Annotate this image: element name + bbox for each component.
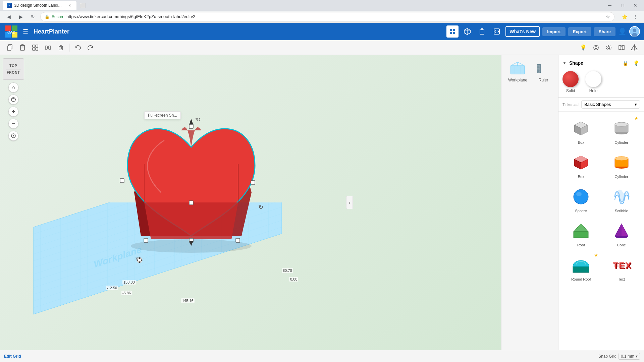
shape-item-sphere-blue[interactable]: Sphere bbox=[561, 183, 601, 216]
hamburger-menu-icon[interactable]: ☰ bbox=[23, 28, 28, 35]
svg-point-51 bbox=[13, 135, 14, 136]
group-button[interactable] bbox=[30, 42, 41, 53]
share-button[interactable]: Share bbox=[594, 27, 615, 36]
hole-option[interactable]: Hole bbox=[585, 71, 601, 93]
svg-rect-62 bbox=[251, 181, 255, 185]
home-view-button[interactable]: ⌂ bbox=[8, 82, 18, 93]
svg-rect-60 bbox=[120, 179, 124, 183]
zoom-out-button[interactable]: − bbox=[8, 119, 18, 129]
export-button[interactable]: Export bbox=[568, 27, 591, 36]
shapes-category-label: Tinkercad bbox=[562, 103, 579, 107]
shape-item-scribble[interactable]: Scribble bbox=[602, 183, 642, 216]
bookmark-icon[interactable]: ☆ bbox=[606, 14, 610, 19]
shape-label-box-gray: Box bbox=[578, 140, 584, 144]
panel-expand-chevron[interactable]: › bbox=[346, 196, 353, 209]
svg-rect-34 bbox=[49, 46, 51, 49]
dim-width-label: 145.16 bbox=[181, 298, 195, 303]
shapes-library: Tinkercad Basic Shapes ▾ bbox=[558, 98, 644, 350]
edit-grid-button[interactable]: Edit Grid bbox=[4, 354, 21, 359]
minimize-button[interactable]: ─ bbox=[604, 1, 616, 10]
delete-button[interactable] bbox=[55, 42, 66, 53]
shape-item-cylinder-orange[interactable]: Cylinder bbox=[602, 148, 642, 182]
code-button[interactable] bbox=[491, 25, 503, 38]
whats-new-button[interactable]: What's New bbox=[505, 26, 540, 37]
orbit-view-button[interactable] bbox=[8, 95, 18, 105]
paste-button[interactable] bbox=[17, 42, 28, 53]
hole-circle bbox=[585, 71, 601, 87]
align-right-button[interactable] bbox=[603, 42, 614, 53]
shape-item-round-roof[interactable]: ★ Round Roof bbox=[561, 251, 601, 285]
forward-button[interactable]: ▶ bbox=[16, 12, 25, 21]
maximize-button[interactable]: □ bbox=[616, 1, 629, 10]
header-tools: What's New Import Export Share 👤 bbox=[446, 25, 640, 38]
shape-item-box-red[interactable]: Box bbox=[561, 148, 601, 182]
refresh-button[interactable]: ↻ bbox=[28, 12, 38, 21]
undo-button[interactable] bbox=[72, 42, 84, 53]
heart-shape-container[interactable]: ↻ bbox=[107, 75, 275, 263]
snap-dropdown-arrow: ▾ bbox=[636, 354, 638, 359]
3d-tool-button[interactable] bbox=[461, 25, 473, 38]
extensions-button[interactable]: ⭐ bbox=[620, 12, 629, 21]
panel-collapse-icon[interactable]: ▼ bbox=[562, 61, 567, 65]
shape-item-cylinder-gray[interactable]: ★ Cylinder bbox=[602, 114, 642, 148]
shape-item-roof-green[interactable]: Roof bbox=[561, 217, 601, 250]
svg-rect-32 bbox=[36, 48, 38, 50]
new-tab-button[interactable]: ⬜ bbox=[78, 1, 87, 10]
browser-titlebar: T 3D design Smooth Lahdi... ✕ ⬜ ─ □ ✕ bbox=[0, 0, 644, 11]
shape-lock-icon[interactable]: 🔒 bbox=[621, 59, 629, 67]
svg-rect-61 bbox=[189, 201, 193, 205]
copy-button[interactable] bbox=[4, 42, 15, 53]
shapes-dropdown[interactable]: Basic Shapes ▾ bbox=[581, 100, 640, 109]
snap-grid-label: Snap Grid bbox=[598, 354, 616, 359]
snap-value: 0.1 mm bbox=[621, 354, 634, 359]
shape-item-text[interactable]: TEXT TEXT TEXT Text bbox=[602, 251, 642, 285]
svg-point-39 bbox=[594, 45, 598, 50]
bottom-bar: Edit Grid Snap Grid 0.1 mm ▾ bbox=[0, 350, 644, 362]
address-bar[interactable]: 🔒 Secure https://www.tinkercad.com/thing… bbox=[40, 12, 614, 21]
solid-option[interactable]: Solid bbox=[562, 71, 579, 93]
svg-point-100 bbox=[615, 157, 628, 161]
avatar[interactable] bbox=[629, 26, 640, 37]
view-cube[interactable]: TOP FRONT bbox=[3, 58, 24, 80]
import-button[interactable]: Import bbox=[542, 27, 565, 36]
grid-view-button[interactable] bbox=[446, 25, 459, 38]
shape-item-cone-purple[interactable]: Cone bbox=[602, 217, 642, 250]
mirror-button[interactable] bbox=[629, 42, 640, 53]
flip-button[interactable] bbox=[616, 42, 627, 53]
menu-button[interactable]: ⋮ bbox=[631, 12, 640, 21]
dim-depth-label: 80.70 bbox=[282, 268, 293, 273]
shape-light-icon[interactable]: 💡 bbox=[632, 59, 640, 67]
url-text: https://www.tinkercad.com/things/6gtFfnK… bbox=[66, 14, 195, 19]
tab-close-button[interactable]: ✕ bbox=[67, 3, 72, 8]
tools-side-panel: Workplane Ruler bbox=[501, 55, 558, 350]
svg-point-93 bbox=[615, 122, 628, 126]
svg-rect-23 bbox=[7, 46, 11, 50]
svg-rect-7 bbox=[450, 32, 452, 34]
shape-item-box-gray[interactable]: Box bbox=[561, 114, 601, 148]
close-button[interactable]: ✕ bbox=[629, 1, 641, 10]
svg-point-41 bbox=[606, 45, 611, 50]
lightbulb-button[interactable]: 💡 bbox=[578, 42, 589, 53]
svg-line-15 bbox=[495, 31, 496, 32]
workplane-tool[interactable]: Workplane bbox=[505, 58, 530, 85]
svg-rect-65 bbox=[236, 238, 240, 242]
move-handle[interactable] bbox=[136, 256, 144, 265]
ungroup-button[interactable] bbox=[42, 42, 54, 53]
snap-dropdown[interactable]: 0.1 mm ▾ bbox=[619, 353, 640, 360]
redo-button[interactable] bbox=[85, 42, 96, 53]
zoom-in-button[interactable]: + bbox=[8, 107, 18, 117]
canvas-area[interactable]: Workplane bbox=[0, 55, 501, 350]
align-left-button[interactable] bbox=[590, 42, 602, 53]
back-button[interactable]: ◀ bbox=[4, 12, 13, 21]
reset-view-button[interactable] bbox=[8, 131, 18, 141]
heart-svg: ↻ bbox=[107, 75, 275, 263]
clipboard-button[interactable] bbox=[476, 25, 488, 38]
tab-favicon: T bbox=[7, 3, 12, 8]
tab-title: 3D design Smooth Lahdi... bbox=[14, 3, 61, 8]
svg-marker-46 bbox=[631, 45, 634, 50]
ruler-tool[interactable]: Ruler bbox=[533, 58, 554, 85]
user-icon[interactable]: 👤 bbox=[618, 27, 627, 36]
svg-line-16 bbox=[495, 32, 496, 33]
shape-thumb-sphere-blue bbox=[570, 186, 592, 207]
browser-tab[interactable]: T 3D design Smooth Lahdi... ✕ bbox=[3, 1, 76, 10]
